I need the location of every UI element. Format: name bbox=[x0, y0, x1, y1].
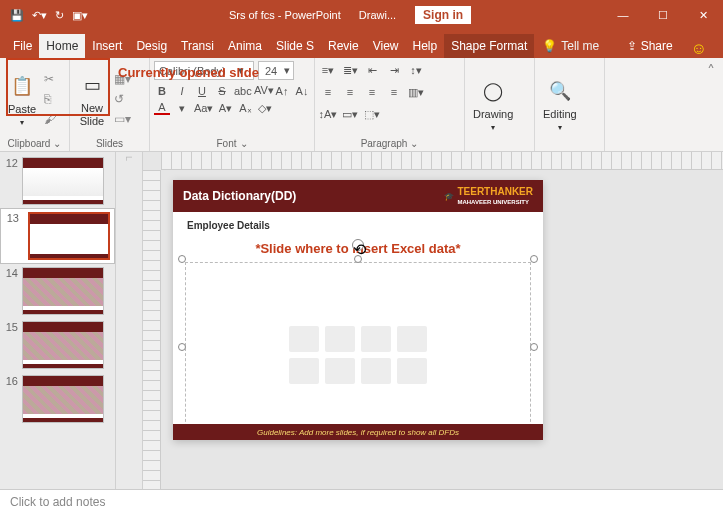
sign-in-button[interactable]: Sign in bbox=[414, 5, 472, 25]
horizontal-ruler bbox=[161, 152, 723, 170]
shrink-font-icon[interactable]: A↓ bbox=[294, 85, 310, 97]
smartart-ph-icon[interactable] bbox=[361, 326, 391, 352]
start-show-icon[interactable]: ▣▾ bbox=[72, 9, 88, 22]
collapse-ribbon-icon[interactable]: ˄ bbox=[699, 58, 723, 151]
notes-pane[interactable]: Click to add notes bbox=[0, 489, 723, 518]
ribbon-tabs: File Home Insert Desig Transi Anima Slid… bbox=[0, 30, 723, 58]
save-icon[interactable]: 💾 bbox=[10, 9, 24, 22]
drawing-button[interactable]: ◯Drawing▾ bbox=[469, 75, 517, 134]
university-logo: 🎓TEERTHANKERMAHAVEER UNIVERSITY bbox=[444, 186, 533, 206]
close-icon[interactable]: ✕ bbox=[683, 3, 723, 28]
thumbnail-15[interactable]: 15 bbox=[0, 318, 115, 372]
placeholder-icons[interactable] bbox=[289, 326, 427, 384]
clipboard-icon: 📋 bbox=[8, 72, 36, 100]
tab-view[interactable]: View bbox=[366, 34, 406, 58]
numbering-icon[interactable]: ≣▾ bbox=[341, 61, 359, 79]
align-left-icon[interactable]: ≡ bbox=[319, 83, 337, 101]
tab-shape-format[interactable]: Shape Format bbox=[444, 34, 534, 58]
slide-footer: Guidelines: Add more slides, if required… bbox=[173, 424, 543, 440]
line-spacing-icon[interactable]: ↕▾ bbox=[407, 61, 425, 79]
thumbnail-13[interactable]: 13 bbox=[0, 208, 115, 264]
change-case-button[interactable]: Aa▾ bbox=[194, 102, 213, 115]
font-color-button[interactable]: A bbox=[154, 101, 170, 115]
slide-canvas[interactable]: Data Dictionary(DD) 🎓TEERTHANKERMAHAVEER… bbox=[173, 180, 543, 440]
table-icon[interactable] bbox=[289, 326, 319, 352]
tab-animations[interactable]: Anima bbox=[221, 34, 269, 58]
tab-slideshow[interactable]: Slide S bbox=[269, 34, 321, 58]
redo-icon[interactable]: ↻ bbox=[55, 9, 64, 22]
font-size-select[interactable]: 24▾ bbox=[258, 61, 294, 80]
highlight-button[interactable]: A▾ bbox=[217, 102, 233, 115]
cut-icon[interactable]: ✂ bbox=[44, 72, 56, 86]
insert-annotation: *Slide where to insert Excel data* bbox=[173, 239, 543, 258]
italic-button[interactable]: I bbox=[174, 85, 190, 97]
align-text-icon[interactable]: ▭▾ bbox=[341, 105, 359, 123]
feedback-icon[interactable]: ☺ bbox=[681, 40, 717, 58]
align-right-icon[interactable]: ≡ bbox=[363, 83, 381, 101]
bullets-icon[interactable]: ≡▾ bbox=[319, 61, 337, 79]
icons-icon[interactable] bbox=[397, 358, 427, 384]
copy-icon[interactable]: ⎘ bbox=[44, 92, 56, 106]
clear-format-icon[interactable]: Aₓ bbox=[237, 102, 253, 115]
tab-help[interactable]: Help bbox=[406, 34, 445, 58]
outline-strip: L bbox=[115, 152, 143, 489]
underline-button[interactable]: U bbox=[194, 85, 210, 97]
ribbon: 📋 Paste ▾ ✂ ⎘ 🖌 Clipboard⌄ ▭ New Slide ▦… bbox=[0, 58, 723, 152]
picture-icon[interactable] bbox=[289, 358, 319, 384]
video-icon[interactable] bbox=[361, 358, 391, 384]
minimize-icon[interactable]: — bbox=[603, 3, 643, 28]
strike-button[interactable]: S bbox=[214, 85, 230, 97]
tell-me[interactable]: 💡Tell me bbox=[534, 34, 607, 58]
paste-button[interactable]: 📋 Paste ▾ bbox=[4, 70, 40, 129]
title-bar: 💾 ↶▾ ↻ ▣▾ Srs of fcs - PowerPoint Drawi.… bbox=[0, 0, 723, 30]
thumbnail-16[interactable]: 16 bbox=[0, 372, 115, 426]
new-slide-icon: ▭ bbox=[78, 71, 106, 99]
work-area: 12 13 14 15 16 Currently opened slide L … bbox=[0, 152, 723, 489]
drawing-tools-label: Drawi... bbox=[351, 5, 404, 25]
find-icon: 🔍 bbox=[546, 77, 574, 105]
slide-editor[interactable]: Data Dictionary(DD) 🎓TEERTHANKERMAHAVEER… bbox=[143, 152, 723, 489]
new-slide-button[interactable]: ▭ New Slide bbox=[74, 69, 110, 128]
indent-left-icon[interactable]: ⇤ bbox=[363, 61, 381, 79]
editing-button[interactable]: 🔍Editing▾ bbox=[539, 75, 581, 134]
smartart-icon[interactable]: ⬚▾ bbox=[363, 105, 381, 123]
slide-thumbnails[interactable]: 12 13 14 15 16 bbox=[0, 152, 115, 489]
tab-home[interactable]: Home bbox=[39, 34, 85, 58]
tab-insert[interactable]: Insert bbox=[85, 34, 129, 58]
slide-title: Data Dictionary(DD) bbox=[183, 189, 296, 203]
share-button[interactable]: ⇪Share bbox=[619, 34, 681, 58]
columns-icon[interactable]: ▥▾ bbox=[407, 83, 425, 101]
justify-icon[interactable]: ≡ bbox=[385, 83, 403, 101]
spacing-button[interactable]: AV▾ bbox=[254, 84, 270, 97]
content-placeholder[interactable]: ⟲ bbox=[185, 262, 531, 432]
section-icon[interactable]: ▭▾ bbox=[114, 112, 131, 126]
quick-access-toolbar: 💾 ↶▾ ↻ ▣▾ bbox=[0, 9, 98, 22]
shapes-icon: ◯ bbox=[479, 77, 507, 105]
bold-button[interactable]: B bbox=[154, 85, 170, 97]
thumbnail-12[interactable]: 12 bbox=[0, 154, 115, 208]
3d-icon[interactable] bbox=[397, 326, 427, 352]
window-title: Srs of fcs - PowerPoint bbox=[229, 9, 341, 21]
grow-font-icon[interactable]: A↑ bbox=[274, 85, 290, 97]
chart-icon[interactable] bbox=[325, 326, 355, 352]
online-pic-icon[interactable] bbox=[325, 358, 355, 384]
maximize-icon[interactable]: ☐ bbox=[643, 3, 683, 28]
tab-transitions[interactable]: Transi bbox=[174, 34, 221, 58]
align-center-icon[interactable]: ≡ bbox=[341, 83, 359, 101]
annotation-text: Currently opened slide bbox=[118, 65, 259, 81]
vertical-ruler bbox=[143, 170, 161, 489]
format-painter-icon[interactable]: 🖌 bbox=[44, 112, 56, 126]
tab-file[interactable]: File bbox=[6, 34, 39, 58]
indent-right-icon[interactable]: ⇥ bbox=[385, 61, 403, 79]
text-direction-icon[interactable]: ↕A▾ bbox=[319, 105, 337, 123]
bulb-icon: 💡 bbox=[542, 39, 557, 53]
thumbnail-14[interactable]: 14 bbox=[0, 264, 115, 318]
undo-icon[interactable]: ↶▾ bbox=[32, 9, 47, 22]
shadow-button[interactable]: abc bbox=[234, 85, 250, 97]
tab-review[interactable]: Revie bbox=[321, 34, 366, 58]
char-border-icon[interactable]: ◇▾ bbox=[257, 102, 273, 115]
slide-subtitle: Employee Details bbox=[173, 212, 543, 239]
slide-title-bar: Data Dictionary(DD) 🎓TEERTHANKERMAHAVEER… bbox=[173, 180, 543, 212]
reset-icon[interactable]: ↺ bbox=[114, 92, 131, 106]
tab-design[interactable]: Desig bbox=[129, 34, 174, 58]
